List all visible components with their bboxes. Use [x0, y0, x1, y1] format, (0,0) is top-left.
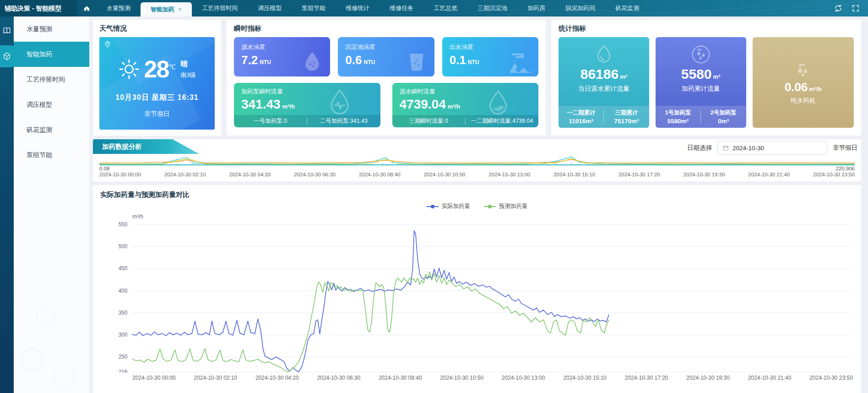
phase3-flow: 三期瞬时流量:0 — [392, 117, 465, 125]
raw-water-turbidity-card: 源水浊度 7.2NTU — [234, 37, 330, 76]
stat-unit: m³ — [713, 73, 721, 80]
legend-label: 预测加药量 — [499, 202, 528, 210]
sidebar-item-pressure-model[interactable]: 调压模型 — [14, 92, 89, 117]
series-line-实际加药量 — [132, 231, 609, 372]
x-tick-label: 2024-10-30 00:00 — [132, 375, 176, 381]
weather-wind: 南3级 — [180, 71, 195, 79]
droplet-icon — [485, 90, 511, 115]
tab-process-overview[interactable]: 工艺总览 — [423, 0, 467, 16]
stat-unit: m³/h — [809, 86, 821, 93]
card-label: 出水浊度 — [450, 43, 531, 51]
rail-knowledge-item[interactable] — [0, 23, 14, 38]
tab-water-forecast[interactable]: 水量预测 — [97, 0, 141, 16]
x-tick-label: 2024-10-30 23:50 — [809, 375, 853, 381]
legend-label: 实际加药量 — [442, 202, 471, 210]
tab-close-icon[interactable]: × — [178, 2, 182, 16]
dosing-total-card: 5580m³ 加药累计流量 1号加药泵5580m³ 2号加药泵0m³ — [656, 37, 746, 128]
y-tick-label: 450 — [119, 265, 128, 272]
y-tick-label: 216 — [119, 369, 128, 373]
statistics-panel: 统计指标 86186m³ 当日源水累计流量 一二期累计11016m³ — [551, 20, 861, 136]
weather-card: 28℃ 晴 南3级 10月30日 星期三 16:31 非节假日 — [99, 37, 215, 130]
card-label: 源水瞬时流量 — [400, 87, 532, 96]
sidebar-item-smart-dosing[interactable]: 智能加药 — [14, 42, 89, 67]
x-tick-label: 2024-10-30 06:30 — [317, 375, 360, 381]
droplet-particles-icon — [301, 50, 324, 73]
tab-maintenance-stats[interactable]: 维修统计 — [336, 0, 380, 16]
sidebar-item-floc-monitoring[interactable]: 矾花监测 — [14, 117, 89, 142]
tab-pressure-model[interactable]: 调压模型 — [248, 0, 292, 16]
home-tab[interactable] — [77, 0, 97, 16]
tab-smart-dosing[interactable]: 智能加药 × — [141, 2, 192, 16]
stat-value: 86186m³ — [580, 67, 627, 81]
fullscreen-icon[interactable] — [852, 4, 860, 12]
location-pin-icon — [104, 41, 111, 48]
x-tick-label: 2024-10-30 08:40 — [359, 172, 401, 177]
x-tick-label: 2024-10-30 10:50 — [440, 375, 483, 381]
legend-actual-dosing[interactable]: 实际加药量 — [427, 202, 471, 210]
x-tick-label: 2024-10-30 02:10 — [194, 375, 237, 381]
legend-marker-predicted — [484, 205, 496, 208]
stat-label: 加药累计流量 — [682, 85, 720, 93]
flow-substrip: 一号加药泵:0 二号加药泵:341.43 — [234, 115, 380, 127]
date-picker-value: 2024-10-30 — [732, 145, 764, 152]
pump2-flow: 二号加药泵:341.43 — [307, 117, 380, 125]
droplet-pulse-icon — [326, 89, 353, 115]
pump1-flow: 一号加药泵:0 — [234, 117, 307, 125]
model-cube-icon — [3, 52, 11, 60]
stat-substrip: 1号加药泵5580m³ 2号加药泵0m³ — [656, 106, 746, 128]
y-tick-label: 500 — [119, 243, 128, 250]
sparkline-min-label: 0.08 — [99, 166, 109, 171]
chart-legend: 实际加药量 预测加药量 — [93, 202, 861, 210]
legend-predicted-dosing[interactable]: 预测加药量 — [484, 202, 528, 210]
comparison-chart[interactable]: 550500450400350300250216 — [100, 222, 854, 373]
stat-label: 吨水药耗 — [791, 97, 815, 105]
sidebar-item-water-forecast[interactable]: 水量预测 — [14, 16, 89, 42]
calendar-icon — [722, 145, 729, 151]
rail-model-item[interactable] — [0, 49, 14, 64]
sidebar-item-process-retention[interactable]: 工艺停留时间 — [14, 67, 89, 92]
dosing-drops-circle-icon — [689, 43, 713, 66]
y-tick-label: 400 — [119, 288, 128, 294]
dosing-analysis-panel: 加药数据分析 日期选择 2024-10-30 非节假日 0. — [93, 139, 861, 181]
stat-substrip: 一二期累计11016m³ 三期累计75170m³ — [559, 106, 649, 128]
pump1-total: 1号加药泵5580m³ — [656, 109, 700, 125]
sparkline-series-orange — [99, 159, 855, 163]
tab-process-retention[interactable]: 工艺停留时间 — [192, 0, 248, 16]
card-unit: NTU — [468, 59, 479, 66]
x-tick-label: 2024-10-30 04:20 — [229, 172, 271, 177]
x-tick-label: 2024-10-30 17:20 — [625, 375, 668, 381]
sparkline-chart[interactable] — [99, 155, 855, 166]
y-tick-label: 550 — [119, 222, 128, 228]
legend-marker-actual — [427, 205, 439, 208]
tab-maintenance-tasks[interactable]: 维修任务 — [380, 0, 423, 16]
book-icon — [3, 27, 11, 35]
weather-panel: 天气情况 — [93, 20, 221, 136]
tab-sludge-dosing-room[interactable]: 脱泥加药间 — [555, 0, 605, 16]
stat-value: 0.06m³/h — [785, 81, 822, 93]
x-tick-label: 2024-10-30 10:50 — [424, 172, 466, 177]
y-tick-label: 350 — [119, 310, 128, 316]
weather-holiday: 非节假日 — [99, 110, 215, 118]
chemical-per-ton-card: 0.06m³/h 吨水药耗 — [753, 37, 854, 128]
tab-pump-saving[interactable]: 泵组节能 — [292, 0, 336, 16]
date-picker-input[interactable]: 2024-10-30 — [717, 141, 827, 155]
holiday-flag: 非节假日 — [833, 144, 857, 152]
tab-dosing-room[interactable]: 加药房 — [517, 0, 555, 16]
x-tick-label: 2024-10-30 08:40 — [379, 375, 422, 381]
tab-phase3-sedimentation[interactable]: 三期沉淀池 — [467, 0, 517, 16]
phase12-total: 一二期累计11016m³ — [559, 109, 603, 125]
sidebar-item-pump-saving[interactable]: 泵组节能 — [14, 142, 89, 168]
x-tick-label: 2024-10-30 06:30 — [294, 172, 336, 177]
icon-rail — [0, 16, 14, 393]
refresh-icon[interactable] — [834, 4, 842, 12]
tab-floc-monitoring[interactable]: 矾花监测 — [605, 0, 649, 16]
temperature-unit: ℃ — [168, 63, 176, 71]
x-tick-label: 2024-10-30 21:40 — [748, 375, 792, 381]
x-tick-label: 2024-10-30 04:20 — [255, 375, 299, 381]
x-tick-label: 2024-10-30 19:30 — [686, 375, 730, 381]
outflow-wave-icon — [508, 52, 532, 73]
app-title: 辅助决策 - 智能模型 — [0, 0, 77, 16]
phase12-flow: 一二期瞬时流量:4739.04 — [466, 117, 538, 125]
flow-substrip: 三期瞬时流量:0 一二期瞬时流量:4739.04 — [392, 115, 539, 127]
main-content: 天气情况 — [93, 16, 868, 393]
